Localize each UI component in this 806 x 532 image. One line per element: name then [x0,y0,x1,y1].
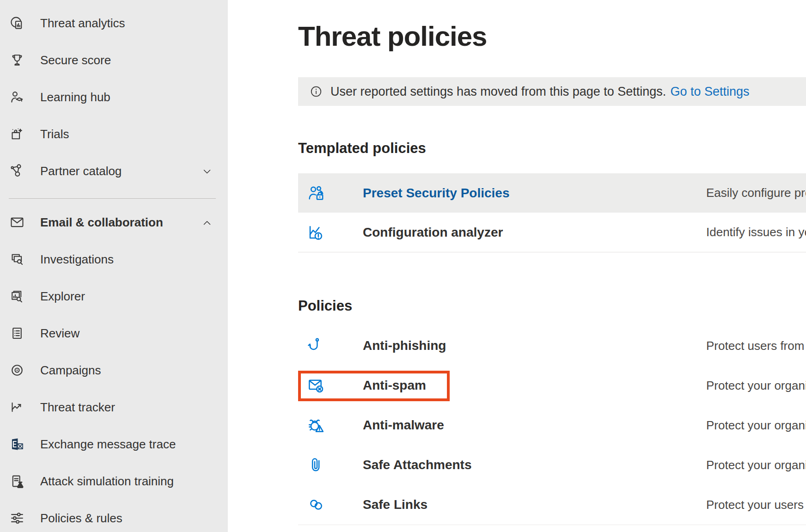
policy-row-description: Identify issues in you [706,225,806,239]
exchange-icon [9,436,25,452]
policy-row-safe-attachments[interactable]: Safe AttachmentsProtect your organiz [298,445,806,485]
policy-row-label-anti-phishing: Anti-phishing [363,338,446,353]
sidebar-item-policies-rules[interactable]: Policies & rules [0,500,228,532]
configuration-analyzer-icon [307,223,325,242]
go-to-settings-link[interactable]: Go to Settings [670,85,749,99]
mail-icon [9,214,25,230]
policy-row-description: Protect your users fr [706,498,806,512]
defender-portal: Threat analyticsSecure scoreLearning hub… [0,0,806,532]
sidebar-item-explorer[interactable]: Explorer [0,278,228,315]
sidebar-item-trials[interactable]: Trials [0,116,228,153]
sidebar-nav: Threat analyticsSecure scoreLearning hub… [0,0,228,532]
sidebar-item-campaigns[interactable]: Campaigns [0,352,228,389]
learning-hub-icon [9,89,25,105]
sidebar-item-threat-analytics[interactable]: Threat analytics [0,5,228,42]
campaigns-icon [9,362,25,378]
attack-simulation-icon [9,473,25,489]
policy-row-description: Protect your organiz [706,418,806,433]
preset-security-icon [307,184,325,202]
sidebar-divider [9,198,216,199]
threat-analytics-icon [9,15,25,31]
policy-row-label-anti-malware: Anti-malware [363,418,444,433]
info-icon [310,85,323,98]
sidebar-item-label: Learning hub [40,90,110,104]
sidebar-item-label: Policies & rules [40,511,122,526]
anti-malware-icon [307,416,325,434]
page-title: Threat policies [298,20,487,52]
sidebar-item-secure-score[interactable]: Secure score [0,42,228,79]
explorer-icon [9,288,25,304]
policy-row-safe-links[interactable]: Safe LinksProtect your users fr [298,485,806,525]
sidebar-item-exchange-message-trace[interactable]: Exchange message trace [0,426,228,463]
banner-text: User reported settings has moved from th… [330,85,666,99]
sidebar-item-label: Investigations [40,252,114,267]
sidebar-item-attack-simulation-training[interactable]: Attack simulation training [0,463,228,500]
sidebar-item-label: Email & collaboration [40,215,163,230]
info-banner: User reported settings has moved from th… [298,77,806,106]
trials-icon [9,126,25,142]
policy-row-description: Protect your organiz [706,458,806,472]
sidebar-item-label: Campaigns [40,363,101,378]
sidebar-item-partner-catalog[interactable]: Partner catalog [0,153,228,190]
section-title-policies: Policies [298,298,352,314]
sidebar-item-label: Explorer [40,289,85,304]
policy-row-label-configuration-analyzer: Configuration analyzer [363,225,503,240]
sidebar-item-review[interactable]: Review [0,315,228,352]
sidebar-item-label: Threat tracker [40,400,115,415]
safe-attachments-icon [307,456,325,474]
policy-row-label-anti-spam: Anti-spam [363,378,426,393]
policy-row-anti-phishing[interactable]: Anti-phishingProtect users from p [298,326,806,366]
sidebar-item-label: Threat analytics [40,16,125,31]
investigations-icon [9,251,25,267]
sidebar-item-label: Secure score [40,53,111,67]
partner-catalog-icon [9,163,25,179]
sidebar-item-label: Trials [40,127,69,141]
trophy-icon [9,52,25,68]
review-icon [9,325,25,341]
anti-spam-icon [307,376,325,395]
policy-row-description: Easily configure prot [706,186,806,200]
threat-tracker-icon [9,399,25,415]
sidebar-item-threat-tracker[interactable]: Threat tracker [0,389,228,426]
policy-row-description: Protect users from p [706,339,806,353]
policy-row-label-safe-links: Safe Links [363,497,427,512]
policy-row-label-safe-attachments: Safe Attachments [363,458,471,472]
sidebar: Threat analyticsSecure scoreLearning hub… [0,0,228,532]
sidebar-item-label: Exchange message trace [40,437,176,452]
policy-row-configuration-analyzer[interactable]: Configuration analyzerIdentify issues in… [298,213,806,252]
policy-row-label-preset-security-policies[interactable]: Preset Security Policies [363,186,510,201]
chevron-down-icon[interactable] [202,166,213,177]
policy-row-description: Protect your organiz [706,379,806,393]
safe-links-icon [307,495,325,514]
sidebar-item-label: Attack simulation training [40,474,174,489]
chevron-up-icon[interactable] [202,217,213,228]
anti-phishing-icon [307,336,325,355]
sidebar-item-label: Review [40,326,79,341]
sidebar-item-label: Partner catalog [40,164,122,178]
policy-row-anti-spam[interactable]: Anti-spamProtect your organiz [298,366,806,406]
sidebar-item-email-collaboration[interactable]: Email & collaboration [0,204,228,241]
sidebar-item-investigations[interactable]: Investigations [0,241,228,278]
section-title-templated-policies: Templated policies [298,140,426,157]
policy-row-anti-malware[interactable]: Anti-malwareProtect your organiz [298,405,806,446]
policy-row-preset-security-policies[interactable]: Preset Security PoliciesEasily configure… [298,173,806,213]
policies-rules-icon [9,510,25,526]
sidebar-item-learning-hub[interactable]: Learning hub [0,79,228,116]
